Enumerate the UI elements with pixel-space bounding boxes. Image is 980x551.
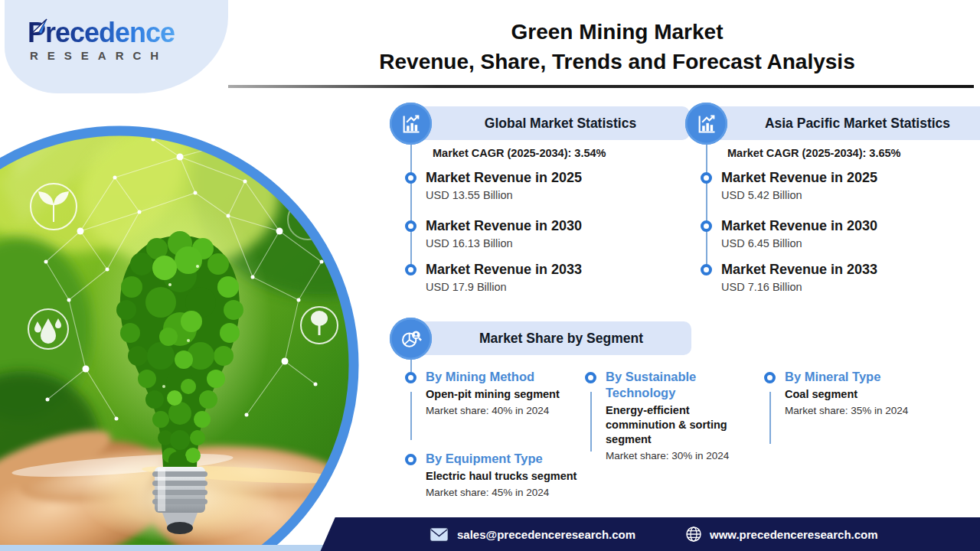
global-cagr: Market CAGR (2025-2034): 3.54% bbox=[433, 147, 606, 159]
bullet-icon bbox=[701, 264, 712, 276]
footer-email-link[interactable]: sales@precedenceresearch.com bbox=[429, 517, 635, 551]
stat-label: Market Revenue in 2025 bbox=[721, 169, 877, 186]
segment-name: Open-pit mining segment bbox=[426, 387, 560, 402]
segment-mining-method: By Mining Method Open-pit mining segment… bbox=[405, 369, 581, 418]
global-stat-2025: Market Revenue in 2025 USD 13.55 Billion bbox=[405, 169, 582, 203]
segment-share: Market share: 45% in 2024 bbox=[426, 486, 577, 500]
segment-line-2 bbox=[590, 392, 592, 452]
global-stat-2033: Market Revenue in 2033 USD 17.9 Billion bbox=[405, 261, 582, 295]
bottom-accent-strip bbox=[0, 545, 325, 551]
segments-heading: Market Share by Segment bbox=[396, 321, 691, 355]
segment-name: Coal segment bbox=[785, 387, 908, 402]
apac-stats-circle bbox=[685, 103, 727, 145]
stat-value: USD 6.45 Billion bbox=[721, 236, 877, 251]
footer-website-text: www.precedenceresearch.com bbox=[710, 528, 878, 541]
stat-label: Market Revenue in 2030 bbox=[721, 217, 877, 234]
segment-line-1 bbox=[410, 392, 412, 440]
stat-label: Market Revenue in 2025 bbox=[426, 169, 582, 186]
apac-cagr: Market CAGR (2025-2034): 3.65% bbox=[727, 147, 900, 159]
bullet-icon bbox=[701, 220, 712, 232]
apac-stat-2025: Market Revenue in 2025 USD 5.42 Billion bbox=[701, 169, 877, 203]
globe-icon bbox=[685, 526, 702, 543]
bar-chart-growth-icon bbox=[400, 113, 422, 135]
segment-share: Market share: 35% in 2024 bbox=[785, 404, 908, 418]
apac-stats-heading: Asia Pacific Market Statistics bbox=[691, 106, 980, 140]
bullet-icon bbox=[585, 372, 596, 383]
segment-share: Market share: 40% in 2024 bbox=[426, 404, 560, 418]
segment-equipment-type: By Equipment Type Electric haul trucks s… bbox=[405, 451, 589, 500]
page-title: Green Mining Market Revenue, Share, Tren… bbox=[306, 17, 928, 77]
bullet-icon bbox=[405, 454, 416, 465]
envelope-icon bbox=[429, 527, 449, 543]
segment-category: By Sustainable Technology bbox=[606, 369, 729, 401]
segment-category: By Mining Method bbox=[426, 369, 560, 385]
segment-category: By Equipment Type bbox=[426, 451, 577, 467]
global-stats-circle bbox=[390, 103, 432, 145]
bullet-icon bbox=[405, 264, 416, 276]
stat-value: USD 5.42 Billion bbox=[721, 187, 877, 203]
stat-label: Market Revenue in 2033 bbox=[426, 261, 582, 278]
stat-label: Market Revenue in 2033 bbox=[721, 261, 877, 278]
stat-value: USD 13.55 Billion bbox=[426, 187, 582, 203]
segment-category: By Mineral Type bbox=[785, 369, 908, 385]
global-stat-2030: Market Revenue in 2030 USD 16.13 Billion bbox=[405, 217, 582, 251]
segment-share: Market share: 30% in 2024 bbox=[606, 449, 729, 463]
bar-chart-growth-icon bbox=[696, 113, 717, 135]
stat-value: USD 7.16 Billion bbox=[721, 279, 877, 295]
page-title-line2: Revenue, Share, Trends and Forecast Anal… bbox=[306, 47, 928, 77]
apac-timeline bbox=[706, 145, 707, 270]
stat-value: USD 17.9 Billion bbox=[426, 279, 582, 295]
global-timeline bbox=[410, 145, 412, 270]
infographic-page: Precedence RESEARCH Green Mining Market … bbox=[0, 0, 980, 551]
segment-sustainable-technology: By Sustainable Technology Energy-efficie… bbox=[585, 369, 728, 463]
bullet-icon bbox=[764, 372, 776, 383]
pie-chart-magnifier-icon bbox=[400, 328, 423, 350]
segment-line-3 bbox=[769, 392, 771, 444]
segments-circle bbox=[390, 318, 432, 360]
segment-name: Electric haul trucks segment bbox=[426, 469, 577, 484]
bullet-icon bbox=[405, 372, 416, 383]
apac-stat-2033: Market Revenue in 2033 USD 7.16 Billion bbox=[701, 261, 877, 295]
apac-stat-2030: Market Revenue in 2030 USD 6.45 Billion bbox=[701, 217, 877, 251]
bullet-icon bbox=[701, 172, 712, 184]
stat-value: USD 16.13 Billion bbox=[426, 236, 582, 251]
global-stats-heading: Global Market Statistics bbox=[396, 106, 690, 140]
segment-name: Energy-efficient comminution & sorting s… bbox=[606, 403, 729, 447]
footer-website-link[interactable]: www.precedenceresearch.com bbox=[685, 517, 878, 551]
bullet-icon bbox=[405, 172, 416, 184]
segment-mineral-type: By Mineral Type Coal segment Market shar… bbox=[764, 369, 933, 418]
page-title-line1: Green Mining Market bbox=[306, 17, 928, 47]
green-lightbulb-photo bbox=[0, 0, 360, 551]
footer-email-text: sales@precedenceresearch.com bbox=[457, 528, 635, 541]
bullet-icon bbox=[405, 220, 416, 232]
stat-label: Market Revenue in 2030 bbox=[426, 217, 582, 234]
